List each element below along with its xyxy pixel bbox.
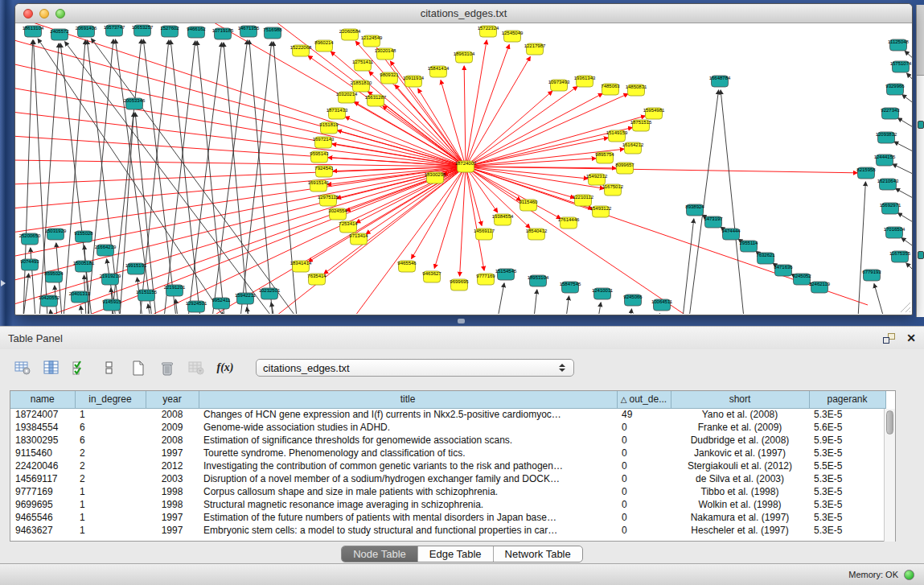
graph-node[interactable]: 12444155 bbox=[874, 154, 896, 166]
graph-node[interactable]: 12462119 bbox=[809, 282, 831, 293]
graph-node[interactable]: 16151155 bbox=[136, 290, 158, 301]
graph-node[interactable]: 12124549 bbox=[361, 35, 383, 47]
graph-node[interactable]: 11125048 bbox=[888, 39, 909, 51]
graph-node[interactable]: 21664219 bbox=[95, 245, 117, 256]
table-cell[interactable]: Genome-wide association studies in ADHD. bbox=[199, 421, 617, 434]
graph-node[interactable]: 12751411 bbox=[352, 60, 374, 71]
table-cell[interactable]: 2012 bbox=[146, 459, 199, 472]
zoom-window-button[interactable] bbox=[55, 9, 65, 19]
table-cell[interactable]: 0 bbox=[617, 459, 671, 472]
table-cell[interactable]: Nakamura et al. (1997) bbox=[671, 511, 809, 524]
tab-node-table[interactable]: Node Table bbox=[342, 546, 418, 562]
table-cell[interactable]: Changes of HCN gene expression and I(f) … bbox=[199, 408, 617, 421]
table-row[interactable]: 977716911998Corpus callosum shape and si… bbox=[10, 485, 885, 498]
graph-node[interactable]: 20053346 bbox=[124, 98, 146, 109]
table-cell[interactable]: 14569117 bbox=[10, 472, 75, 485]
graph-node[interactable]: 18731433 bbox=[326, 108, 348, 119]
graph-node[interactable]: 25200650 bbox=[19, 233, 41, 245]
tab-edge-table[interactable]: Edge Table bbox=[418, 546, 494, 562]
new-column-icon[interactable] bbox=[129, 358, 148, 377]
graph-node[interactable]: 19915191 bbox=[125, 263, 147, 274]
graph-node[interactable]: 18953104 bbox=[528, 275, 549, 286]
graph-node[interactable]: 2405572 bbox=[50, 29, 69, 40]
scrollbar-thumb[interactable] bbox=[886, 410, 893, 435]
show-columns-icon[interactable] bbox=[42, 358, 61, 377]
table-cell[interactable]: 2 bbox=[75, 447, 146, 459]
table-cell[interactable]: 0 bbox=[617, 498, 671, 511]
graph-node[interactable]: 15942211 bbox=[235, 293, 257, 304]
graph-node[interactable]: 22060584 bbox=[339, 29, 361, 40]
table-cell[interactable]: 5.5E-5 bbox=[809, 459, 885, 472]
table-cell[interactable]: 2008 bbox=[146, 408, 199, 421]
graph-node[interactable]: 15841414 bbox=[428, 66, 450, 77]
graph-hub-node[interactable]: 18724007 bbox=[455, 161, 477, 172]
graph-node[interactable]: 14850831 bbox=[626, 84, 647, 96]
column-header-pagerank[interactable]: pagerank bbox=[809, 391, 885, 408]
table-cell[interactable]: 9463627 bbox=[10, 524, 75, 537]
window-titlebar[interactable]: citations_edges.txt bbox=[15, 4, 912, 23]
graph-node[interactable]: 15492312 bbox=[586, 174, 608, 185]
close-panel-icon[interactable]: ✕ bbox=[906, 332, 916, 344]
table-cell[interactable]: Wolkin et al. (1998) bbox=[671, 498, 809, 511]
table-cell[interactable]: 2 bbox=[75, 459, 146, 472]
graph-node[interactable]: 15692971 bbox=[880, 203, 901, 214]
graph-node[interactable]: 8938924 bbox=[685, 204, 704, 216]
table-cell[interactable]: 5.3E-5 bbox=[809, 524, 885, 537]
table-cell[interactable]: 1997 bbox=[146, 524, 199, 537]
table-cell[interactable]: 9777169 bbox=[10, 485, 75, 498]
function-builder-icon[interactable]: f(x) bbox=[216, 358, 235, 377]
graph-node[interactable]: 16164212 bbox=[622, 142, 644, 154]
graph-node[interactable]: 9952411 bbox=[212, 298, 232, 309]
column-header-in_degree[interactable]: in_degree bbox=[75, 391, 146, 408]
minimize-window-button[interactable] bbox=[39, 9, 49, 19]
graph-node[interactable]: 9474444 bbox=[721, 229, 741, 240]
graph-node[interactable]: 18613104 bbox=[23, 26, 44, 37]
graph-node[interactable]: 15031929 bbox=[45, 229, 67, 240]
graph-node[interactable]: 18300295 bbox=[425, 172, 446, 183]
table-row[interactable]: 1872400712008Changes of HCN gene express… bbox=[10, 408, 885, 421]
graph-node[interactable]: 9713414 bbox=[349, 233, 368, 245]
graph-node[interactable]: 10064511 bbox=[651, 299, 673, 311]
graph-node[interactable]: 10973493 bbox=[548, 80, 570, 91]
graph-node[interactable]: 9699695 bbox=[450, 279, 469, 290]
table-cell[interactable]: 22420046 bbox=[10, 459, 75, 472]
graph-node[interactable]: 3024554 bbox=[328, 208, 347, 220]
graph-node[interactable]: 2955114 bbox=[740, 241, 759, 252]
graph-node[interactable]: 15847545 bbox=[560, 282, 581, 293]
graph-node[interactable]: 7924541 bbox=[314, 166, 334, 177]
graph-node[interactable]: 19573747 bbox=[104, 25, 125, 36]
table-cell[interactable]: Tourette syndrome. Phenomenology and cla… bbox=[199, 447, 617, 459]
table-cell[interactable]: Hescheler et al. (1997) bbox=[671, 524, 809, 537]
table-cell[interactable]: 1997 bbox=[146, 447, 199, 459]
table-cell[interactable]: 1 bbox=[75, 498, 146, 511]
graph-node[interactable]: 6779193 bbox=[862, 270, 881, 281]
table-selector-dropdown[interactable]: citations_edges.txt bbox=[256, 359, 574, 377]
table-cell[interactable]: 1998 bbox=[146, 485, 199, 498]
graph-node[interactable]: 15149159 bbox=[606, 130, 628, 142]
table-cell[interactable]: Dudbridge et al. (2008) bbox=[671, 434, 809, 447]
graph-node[interactable]: 8960214 bbox=[314, 40, 334, 51]
graph-node[interactable]: 15751074 bbox=[890, 61, 912, 72]
table-cell[interactable]: 0 bbox=[617, 434, 671, 447]
graph-node[interactable]: 10320214 bbox=[336, 92, 358, 103]
table-cell[interactable]: 2003 bbox=[146, 472, 199, 485]
table-cell[interactable]: 1 bbox=[75, 485, 146, 498]
graph-node[interactable]: 12217987 bbox=[524, 43, 546, 55]
table-cell[interactable]: 19384554 bbox=[10, 421, 75, 434]
graph-node[interactable]: 9777169 bbox=[476, 274, 495, 285]
graph-node[interactable]: 8471636 bbox=[774, 265, 793, 276]
table-cell[interactable]: 18300295 bbox=[10, 434, 75, 447]
float-panel-icon[interactable] bbox=[883, 333, 895, 344]
graph-node[interactable]: 11675012 bbox=[602, 184, 624, 196]
table-cell[interactable]: 0 bbox=[617, 447, 671, 459]
table-cell[interactable]: 5.3E-5 bbox=[809, 498, 885, 511]
column-header-year[interactable]: year bbox=[146, 391, 199, 408]
graph-node[interactable]: 9466162 bbox=[187, 27, 206, 38]
table-cell[interactable]: 9699695 bbox=[10, 498, 75, 511]
graph-node[interactable]: 9145915 bbox=[102, 299, 121, 311]
graph-node[interactable]: 18963104 bbox=[454, 51, 475, 63]
graph-node[interactable]: 21919219 bbox=[100, 274, 121, 285]
table-cell[interactable]: 1 bbox=[75, 524, 146, 537]
table-row[interactable]: 911546021997Tourette syndrome. Phenomeno… bbox=[10, 447, 885, 459]
graph-node[interactable]: 10232501 bbox=[259, 288, 281, 299]
